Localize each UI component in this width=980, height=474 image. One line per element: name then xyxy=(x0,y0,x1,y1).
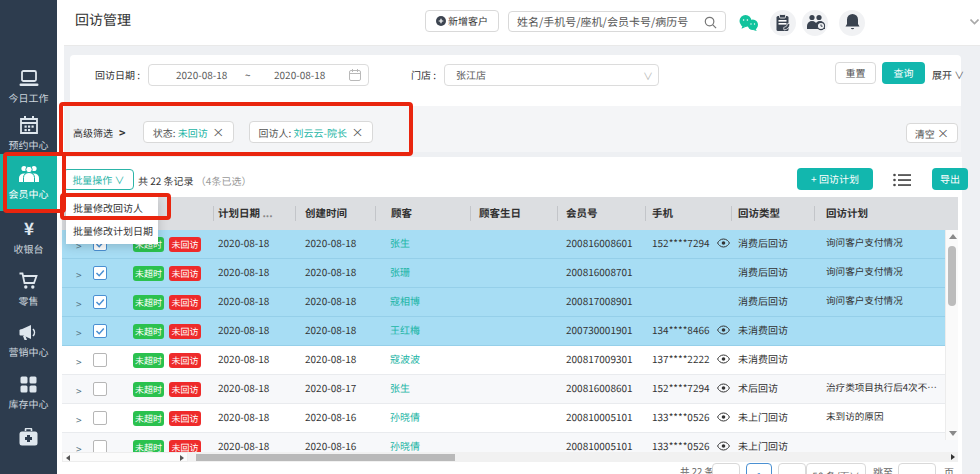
svg-text:¥: ¥ xyxy=(23,220,33,238)
